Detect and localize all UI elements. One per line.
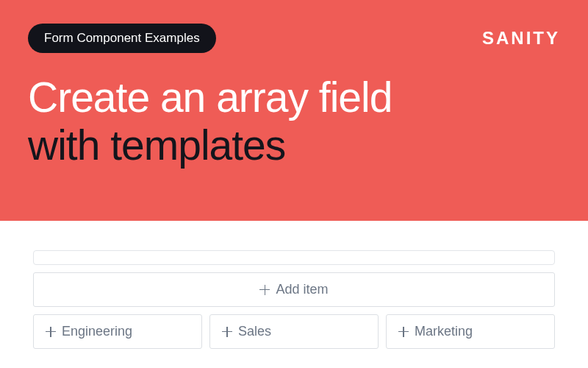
headline-line-1: Create an array field	[28, 74, 560, 121]
plus-icon	[46, 327, 56, 337]
template-label: Engineering	[62, 324, 132, 339]
plus-icon	[398, 327, 409, 337]
plus-icon	[222, 327, 232, 337]
category-badge: Form Component Examples	[28, 24, 216, 53]
page-title: Create an array field with templates	[28, 74, 560, 169]
hero-banner: Form Component Examples SANITY Create an…	[0, 0, 588, 221]
template-button-marketing[interactable]: Marketing	[386, 314, 555, 349]
template-label: Sales	[238, 324, 271, 339]
add-item-button[interactable]: Add item	[33, 272, 555, 307]
headline-line-2: with templates	[28, 121, 560, 169]
plus-icon	[259, 285, 270, 295]
template-label: Marketing	[415, 324, 473, 339]
add-item-label: Add item	[276, 282, 328, 297]
template-button-engineering[interactable]: Engineering	[33, 314, 202, 349]
form-preview-panel: Add item Engineering Sales Marketing	[0, 221, 588, 368]
array-field-container	[33, 250, 555, 265]
hero-top-row: Form Component Examples SANITY	[28, 24, 560, 53]
sanity-logo: SANITY	[482, 28, 560, 49]
template-buttons-row: Engineering Sales Marketing	[33, 314, 555, 349]
template-button-sales[interactable]: Sales	[209, 314, 379, 349]
